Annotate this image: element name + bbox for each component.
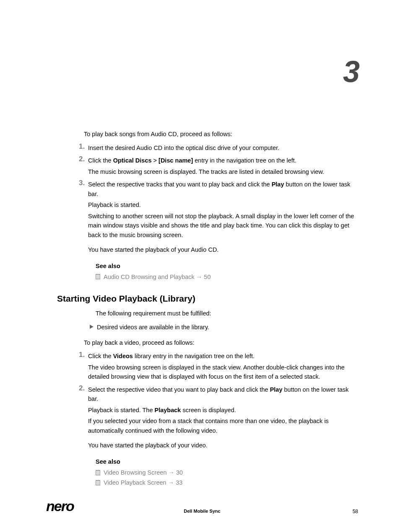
bold-run: Optical Discs (113, 157, 152, 164)
step-number: 1. (79, 142, 85, 151)
page-content: To play back songs from Audio CD, procee… (50, 130, 360, 500)
step-number: 2. (79, 384, 85, 393)
step-subtext: Playback is started. (88, 200, 360, 209)
step-subtext: If you selected your video from a stack … (88, 416, 360, 435)
text-run: library entry in the navigation tree on … (133, 353, 255, 359)
nero-logo: nero (46, 498, 74, 514)
text-run: > (152, 157, 159, 164)
see-also-item[interactable]: Video Browsing Screen → 30 (96, 467, 360, 478)
step-3: 3. Select the respective tracks that you… (79, 180, 360, 240)
triangle-icon (90, 325, 94, 329)
see-also-block: See also Video Browsing Screen → 30 Vide… (96, 458, 360, 488)
step-text: Select the respective video that you wan… (88, 385, 360, 404)
document-icon (96, 274, 100, 279)
see-also-link[interactable]: Video Playback Screen → 33 (104, 478, 182, 488)
requirement-intro: The following requirement must be fulfil… (96, 309, 360, 318)
step-subtext: Switching to another screen will not sto… (88, 212, 360, 240)
see-also-label: See also (96, 458, 360, 465)
see-also-item[interactable]: Video Playback Screen → 33 (96, 478, 360, 488)
footer-title: Dell Mobile Sync (184, 509, 220, 514)
step-text: Click the Videos library entry in the na… (88, 351, 360, 361)
document-icon (96, 470, 100, 475)
step-2: 2. Click the Optical Discs > [Disc name]… (79, 156, 360, 176)
step-number: 3. (79, 179, 85, 187)
step-number: 2. (79, 155, 85, 163)
step-text: Insert the desired Audio CD into the opt… (88, 143, 360, 152)
bold-run: Playback (155, 407, 181, 413)
requirement-item: Desired videos are available in the libr… (90, 323, 360, 332)
step-number: 1. (79, 351, 85, 359)
see-also-link[interactable]: Video Browsing Screen → 30 (104, 467, 183, 478)
text-run: Click the (88, 353, 113, 359)
requirement-text: Desired videos are available in the libr… (97, 323, 209, 332)
chapter-number: 3 (343, 54, 358, 89)
bold-run: Videos (113, 353, 133, 359)
section2-intro: To play back a video, proceed as follows… (84, 338, 360, 348)
step-text: Select the respective tracks that you wa… (88, 180, 360, 199)
page-number: 58 (353, 509, 358, 514)
document-icon (96, 480, 100, 486)
text-run: screen is displayed. (181, 407, 236, 413)
bold-run: Play (270, 386, 283, 393)
see-also-item[interactable]: Audio CD Browsing and Playback → 50 (96, 272, 360, 282)
result-text: You have started the playback of your Au… (88, 245, 360, 255)
see-also-label: See also (96, 263, 360, 269)
text-run: Playback is started. The (88, 407, 155, 413)
step-2b: 2. Select the respective video that you … (79, 385, 360, 435)
result-text: You have started the playback of your vi… (88, 440, 360, 451)
text-run: Select the respective tracks that you wa… (88, 181, 272, 188)
see-also-link[interactable]: Audio CD Browsing and Playback → 50 (104, 272, 211, 282)
section-heading: Starting Video Playback (Library) (57, 294, 360, 304)
bold-run: [Disc name] (158, 157, 193, 164)
text-run: Click the (88, 157, 113, 164)
bold-run: Play (272, 181, 284, 188)
step-subtext: The music browsing screen is displayed. … (88, 167, 360, 176)
step-subtext: Playback is started. The Playback screen… (88, 405, 360, 415)
step-1: 1. Insert the desired Audio CD into the … (79, 143, 360, 152)
text-run: entry in the navigation tree on the left… (193, 157, 296, 164)
text-run: Select the respective video that you wan… (88, 386, 270, 393)
step-1b: 1. Click the Videos library entry in the… (79, 351, 360, 381)
step-subtext: The video browsing screen is displayed i… (88, 363, 360, 382)
section1-intro: To play back songs from Audio CD, procee… (84, 130, 360, 139)
see-also-block: See also Audio CD Browsing and Playback … (96, 263, 360, 282)
step-text: Click the Optical Discs > [Disc name] en… (88, 156, 360, 165)
page-footer: nero Dell Mobile Sync 58 (46, 498, 358, 514)
